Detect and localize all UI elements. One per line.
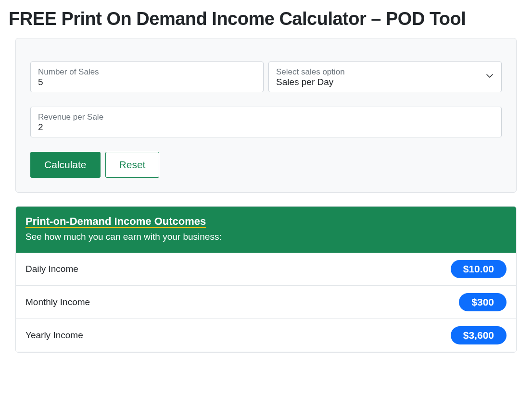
result-label: Yearly Income	[25, 330, 83, 341]
result-label: Daily Income	[25, 264, 78, 274]
revenue-per-sale-label: Revenue per Sale	[38, 112, 494, 122]
calculate-button[interactable]: Calculate	[30, 152, 101, 178]
number-of-sales-field[interactable]: Number of Sales	[30, 61, 264, 92]
result-value-pill: $300	[459, 293, 507, 311]
sales-option-select[interactable]: Select sales option Sales per Day	[268, 61, 502, 92]
results-heading: Print-on-Demand Income Outcomes	[25, 215, 507, 228]
revenue-per-sale-input[interactable]	[38, 122, 494, 133]
result-label: Monthly Income	[25, 297, 90, 307]
sales-option-label: Select sales option	[276, 67, 494, 77]
result-row-yearly: Yearly Income $3,600	[16, 319, 516, 352]
number-of-sales-input[interactable]	[38, 77, 256, 87]
result-value-pill: $10.00	[451, 260, 507, 278]
number-of-sales-label: Number of Sales	[38, 67, 256, 77]
result-row-daily: Daily Income $10.00	[16, 253, 516, 286]
results-subheading: See how much you can earn with your busi…	[25, 232, 507, 242]
page-title: FREE Print On Demand Income Calculator –…	[9, 9, 523, 29]
sales-option-value: Sales per Day	[276, 77, 494, 87]
results-header: Print-on-Demand Income Outcomes See how …	[16, 207, 516, 253]
calculator-form: Number of Sales Select sales option Sale…	[15, 38, 517, 193]
results-panel: Print-on-Demand Income Outcomes See how …	[15, 206, 517, 353]
result-value-pill: $3,600	[451, 326, 507, 344]
reset-button[interactable]: Reset	[105, 152, 160, 178]
revenue-per-sale-field[interactable]: Revenue per Sale	[30, 107, 502, 137]
result-row-monthly: Monthly Income $300	[16, 286, 516, 319]
